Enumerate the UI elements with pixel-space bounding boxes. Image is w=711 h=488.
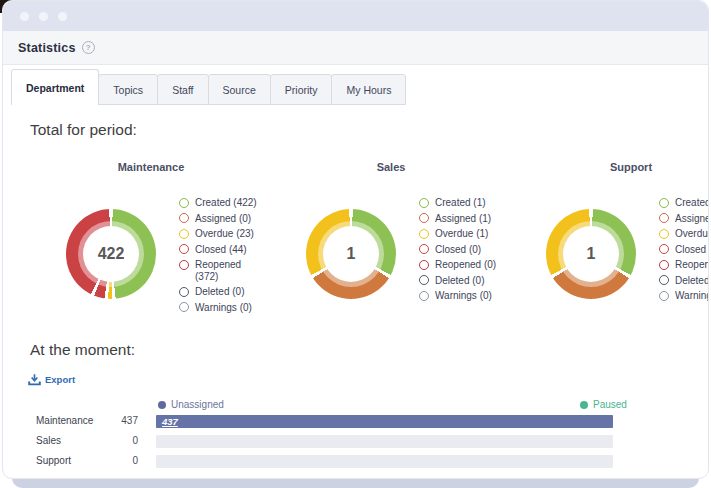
legend-item-assigned[interactable]: Assigned (1) bbox=[419, 213, 515, 225]
legend-ring-icon bbox=[659, 291, 669, 301]
window-dot-icon bbox=[39, 12, 48, 21]
chart-legend: Created (422)Assigned (0)Overdue (23)Clo… bbox=[179, 197, 275, 317]
chart-legend: Created (1)Assigned (1)Overdue (1)Closed… bbox=[419, 197, 515, 306]
legend-ring-icon bbox=[179, 244, 189, 254]
legend-label: Assigned (0) bbox=[195, 213, 251, 225]
tab-my-hours[interactable]: My Hours bbox=[331, 74, 406, 105]
legend-label: Paused bbox=[593, 399, 627, 410]
legend-label: Created (1) bbox=[675, 197, 709, 209]
bar-fill-link[interactable]: 437 bbox=[156, 415, 613, 428]
donut-center-value: 1 bbox=[587, 245, 596, 263]
legend-ring-icon bbox=[179, 260, 189, 270]
legend-label: Overdue (1) bbox=[675, 228, 709, 240]
legend-item-closed[interactable]: Closed (44) bbox=[179, 244, 275, 256]
legend-label: Deleted (0) bbox=[195, 286, 244, 298]
total-for-period-heading: Total for period: bbox=[30, 121, 137, 139]
bar-track bbox=[156, 455, 613, 468]
legend-label: Warnings (0) bbox=[435, 290, 492, 302]
bar-row-maintenance: Maintenance437437 bbox=[3, 411, 708, 431]
bar-row-value: 0 bbox=[93, 455, 138, 466]
legend-label: Deleted (0) bbox=[435, 275, 484, 287]
window-titlebar bbox=[3, 1, 708, 31]
legend-ring-icon bbox=[179, 198, 189, 208]
legend-item-deleted[interactable]: Deleted (0) bbox=[179, 286, 275, 298]
legend-label: Created (422) bbox=[195, 197, 257, 209]
bar-rows: Maintenance437437Sales0Support0 bbox=[3, 411, 708, 471]
page-header: Statistics ? bbox=[3, 31, 708, 65]
legend-label: Reopened (0) bbox=[675, 259, 709, 271]
bar-row-value: 0 bbox=[93, 435, 138, 446]
legend-item-paused[interactable]: Paused bbox=[580, 399, 627, 410]
legend-item-assigned[interactable]: Assigned (0) bbox=[179, 213, 275, 225]
legend-dot-icon bbox=[158, 401, 166, 409]
chart-title: Sales bbox=[271, 161, 511, 173]
legend-item-overdue[interactable]: Overdue (1) bbox=[419, 228, 515, 240]
legend-item-overdue[interactable]: Overdue (1) bbox=[659, 228, 709, 240]
window-dot-icon bbox=[58, 12, 67, 21]
legend-label: Assigned (1) bbox=[675, 213, 709, 225]
bar-row-label: Maintenance bbox=[36, 415, 93, 426]
legend-ring-icon bbox=[179, 213, 189, 223]
donut-chart-maintenance: 422 bbox=[66, 209, 156, 299]
tab-topics[interactable]: Topics bbox=[98, 74, 158, 105]
tab-source[interactable]: Source bbox=[208, 74, 271, 105]
bar-row-support: Support0 bbox=[3, 451, 708, 471]
legend-item-closed[interactable]: Closed (0) bbox=[659, 244, 709, 256]
legend-label: Warnings (0) bbox=[675, 290, 709, 302]
bar-row-sales: Sales0 bbox=[3, 431, 708, 451]
legend-label: Warnings (0) bbox=[195, 302, 252, 314]
legend-item-overdue[interactable]: Overdue (23) bbox=[179, 228, 275, 240]
legend-ring-icon bbox=[419, 229, 429, 239]
legend-item-reopened[interactable]: Reopened (0) bbox=[659, 259, 709, 271]
legend-ring-icon bbox=[659, 198, 669, 208]
legend-label: Overdue (23) bbox=[195, 228, 254, 240]
legend-item-unassigned[interactable]: Unassigned bbox=[158, 399, 224, 410]
legend-label: Closed (0) bbox=[675, 244, 709, 256]
legend-ring-icon bbox=[179, 302, 189, 312]
legend-item-deleted[interactable]: Deleted (0) bbox=[659, 275, 709, 287]
legend-label: Closed (0) bbox=[435, 244, 481, 256]
tab-department[interactable]: Department bbox=[11, 69, 99, 105]
legend-ring-icon bbox=[659, 213, 669, 223]
tab-priority[interactable]: Priority bbox=[270, 74, 333, 105]
legend-item-warnings[interactable]: Warnings (0) bbox=[179, 302, 275, 314]
donut-hole: 422 bbox=[83, 226, 139, 282]
tab-staff[interactable]: Staff bbox=[157, 74, 208, 105]
legend-label: Created (1) bbox=[435, 197, 486, 209]
donut-center-value: 1 bbox=[347, 245, 356, 263]
donut-chart-support: 1 bbox=[546, 209, 636, 299]
legend-label: Overdue (1) bbox=[435, 228, 488, 240]
legend-ring-icon bbox=[659, 229, 669, 239]
window-dot-icon bbox=[20, 12, 29, 21]
chart-block-maintenance: Maintenance 422 Created (422)Assigned (0… bbox=[31, 159, 271, 319]
legend-item-closed[interactable]: Closed (0) bbox=[419, 244, 515, 256]
legend-item-created[interactable]: Created (422) bbox=[179, 197, 275, 209]
chart-title: Maintenance bbox=[31, 161, 271, 173]
download-icon bbox=[28, 373, 41, 386]
legend-item-warnings[interactable]: Warnings (0) bbox=[419, 290, 515, 302]
legend-label: Closed (44) bbox=[195, 244, 247, 256]
legend-ring-icon bbox=[419, 260, 429, 270]
bar-track bbox=[156, 435, 613, 448]
legend-item-reopened[interactable]: Reopened(372) bbox=[179, 259, 275, 282]
legend-item-warnings[interactable]: Warnings (0) bbox=[659, 290, 709, 302]
legend-item-assigned[interactable]: Assigned (1) bbox=[659, 213, 709, 225]
legend-item-reopened[interactable]: Reopened (0) bbox=[419, 259, 515, 271]
legend-item-created[interactable]: Created (1) bbox=[659, 197, 709, 209]
legend-ring-icon bbox=[179, 287, 189, 297]
screenshot-stage: Statistics ? DepartmentTopicsStaffSource… bbox=[0, 0, 711, 488]
legend-ring-icon bbox=[419, 244, 429, 254]
page-title: Statistics bbox=[18, 41, 76, 55]
legend-ring-icon bbox=[659, 260, 669, 270]
legend-label: Deleted (0) bbox=[675, 275, 709, 287]
help-icon[interactable]: ? bbox=[82, 41, 95, 54]
legend-ring-icon bbox=[659, 275, 669, 285]
legend-item-created[interactable]: Created (1) bbox=[419, 197, 515, 209]
at-the-moment-heading: At the moment: bbox=[30, 341, 135, 359]
legend-item-deleted[interactable]: Deleted (0) bbox=[419, 275, 515, 287]
bar-row-label: Support bbox=[36, 455, 71, 466]
export-button[interactable]: Export bbox=[28, 373, 75, 386]
bar-row-label: Sales bbox=[36, 435, 61, 446]
legend-ring-icon bbox=[419, 291, 429, 301]
donut-hole: 1 bbox=[323, 226, 379, 282]
